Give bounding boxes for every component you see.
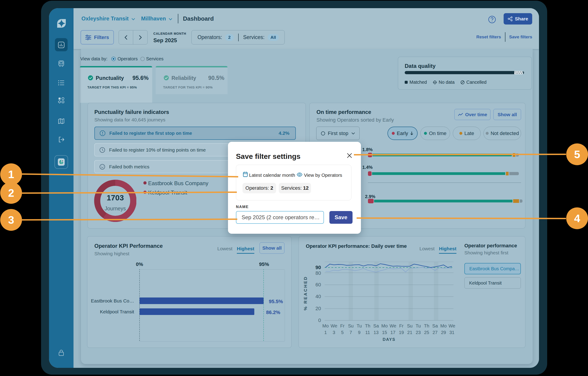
svg-text:5: 5 — [574, 148, 580, 161]
svg-text:3: 3 — [8, 214, 14, 226]
svg-text:1: 1 — [8, 168, 14, 180]
svg-text:4: 4 — [574, 212, 580, 225]
svg-text:2: 2 — [8, 187, 14, 199]
